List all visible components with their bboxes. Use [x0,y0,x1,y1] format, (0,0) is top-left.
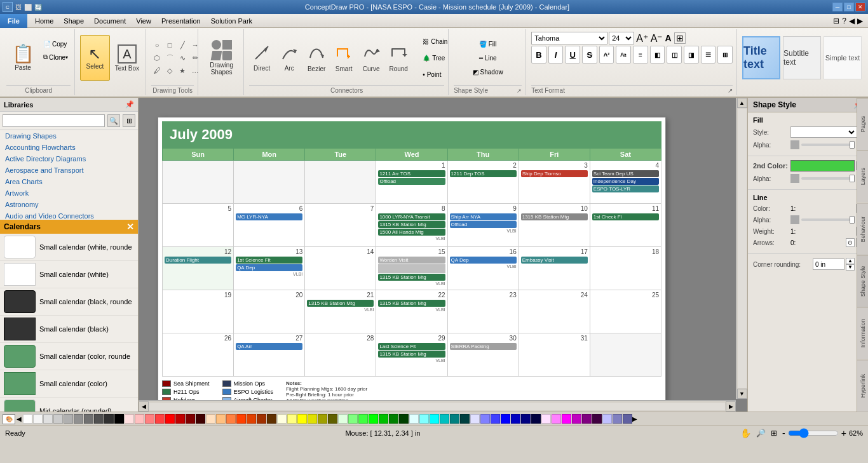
file-menu[interactable]: File [0,14,27,28]
clone-button[interactable]: ⧉ Clone ▾ [41,51,71,64]
tree-button[interactable]: 🌲 Tree [420,51,450,65]
lib-item-artwork[interactable]: Artwork [0,187,138,199]
palette-swatch[interactable] [338,414,348,424]
palette-swatch[interactable] [470,414,480,424]
palette-swatch[interactable] [613,414,622,424]
palette-swatch[interactable] [64,414,73,424]
align-right-btn[interactable]: ◨ [684,46,699,64]
restore-button[interactable]: □ [844,3,854,11]
palette-special-btn[interactable]: 🎨 [3,414,15,424]
palette-swatch[interactable] [196,414,205,424]
zoom-to-fit-btn[interactable]: 🔎 [756,429,766,438]
superscript-button[interactable]: A² [599,46,614,64]
document-menu[interactable]: Document [89,14,131,28]
palette-swatch[interactable] [419,414,429,424]
lib-item-active-directory[interactable]: Active Directory Diagrams [0,153,138,164]
horizontal-scrollbar[interactable]: ◀ ▶ [139,400,736,412]
palette-swatch[interactable] [399,414,409,424]
fill-alpha-thumb[interactable] [850,141,855,149]
palette-swatch[interactable] [369,414,378,424]
palette-swatch[interactable] [287,414,297,424]
scroll-track-h[interactable] [149,403,725,410]
palette-swatch[interactable] [114,414,124,424]
palette-swatch[interactable] [145,414,154,424]
titlebar-icon-3[interactable]: 🔄 [34,4,42,11]
cal-item-small-white[interactable]: Small calendar (white) [0,261,138,288]
round-button[interactable]: Round [386,35,411,81]
font-family-select[interactable]: Tahoma [531,32,607,44]
second-alpha-slider[interactable] [801,177,855,180]
view-actual-btn[interactable]: ⊞ [771,429,777,438]
layers-tab[interactable]: Layers [857,150,868,202]
text-format-expand[interactable]: ↗ [728,87,733,94]
dt-oval[interactable]: ○ [151,39,163,51]
curve-button[interactable]: Curve [358,35,384,81]
align-center-btn[interactable]: ◫ [667,46,682,64]
palette-swatch[interactable] [409,414,419,424]
select-button[interactable]: ↖ Select [80,35,110,81]
pages-tab[interactable]: Pages [857,98,868,150]
palette-swatch[interactable] [328,414,337,424]
palette-swatch[interactable] [257,414,266,424]
palette-swatch[interactable] [592,414,602,424]
scroll-down-btn[interactable]: ▼ [737,389,747,399]
align-left-btn[interactable]: ◧ [650,46,665,64]
zoom-slider[interactable] [788,428,839,438]
bezier-button[interactable]: Bezier [304,35,329,81]
information-tab[interactable]: Information [857,307,868,359]
palette-swatch[interactable] [84,414,93,424]
shadow-button[interactable]: ◩ Shadow [470,65,506,78]
scroll-right-btn[interactable]: ▶ [726,401,736,412]
italic-button[interactable]: I [548,46,564,64]
second-alpha-thumb[interactable] [850,175,855,182]
palette-swatch[interactable] [43,414,53,424]
palette-swatch[interactable] [602,414,612,424]
palette-swatch[interactable] [94,414,104,424]
drawing-shapes-button[interactable]: Drawing Shapes [204,35,240,81]
shrink-font-btn[interactable]: A⁻ [651,32,663,44]
copy-button[interactable]: 📄 Copy [41,37,71,50]
calendars-close-btn[interactable]: ✕ [126,222,134,232]
dt-poly[interactable]: ⬡ [151,52,163,64]
palette-swatch[interactable] [501,414,510,424]
cal-item-small-white-rounded[interactable]: Small calendar (white, rounde [0,234,138,261]
palette-left-scroll[interactable]: ◀ [17,414,23,424]
lib-item-drawing-shapes[interactable]: Drawing Shapes [0,130,138,142]
solution-park-menu[interactable]: Solution Park [206,14,257,28]
home-menu[interactable]: Home [30,14,58,28]
palette-swatch[interactable] [348,414,358,424]
scroll-left-btn[interactable]: ◀ [139,401,149,412]
palette-swatch[interactable] [379,414,388,424]
help-btn[interactable]: ? [842,17,846,25]
palette-swatch[interactable] [297,414,307,424]
libraries-pin-btn[interactable]: 📌 [125,100,134,109]
dt-path[interactable]: 🖊 [151,65,163,76]
subscript-button[interactable]: A₂ [616,46,631,64]
palette-swatch[interactable] [135,414,144,424]
ribbon-collapse-btn[interactable]: ⊟ [833,17,839,25]
presentation-menu[interactable]: Presentation [156,14,206,28]
titlebar-icon-1[interactable]: 🖼 [15,4,22,11]
palette-swatch[interactable] [308,414,317,424]
fill-button[interactable]: 🪣 Fill [477,37,499,50]
library-view-toggle[interactable]: ⊞ [123,114,135,127]
nav-forward-btn[interactable]: ▶ [857,17,863,25]
palette-swatch[interactable] [155,414,165,424]
palette-swatch[interactable] [175,414,185,424]
palette-swatch[interactable] [389,414,398,424]
palette-swatch[interactable] [440,414,449,424]
canvas-area[interactable]: July 2009 Sun Mon Tue Wed Thu Fri Sat [139,98,747,412]
scroll-up-btn[interactable]: ▲ [737,98,747,108]
library-search-input[interactable] [3,114,105,127]
palette-swatch[interactable] [216,414,226,424]
zoom-out-btn[interactable]: - [782,428,785,438]
palette-swatch[interactable] [74,414,83,424]
behaviour-tab[interactable]: Behaviour [857,203,868,255]
font-size-select[interactable]: 24 [609,32,634,44]
dt-arc[interactable]: ⌒ [164,52,175,64]
palette-swatch[interactable] [247,414,256,424]
palette-swatch[interactable] [358,414,368,424]
cal-item-mid-rounded[interactable]: Mid calendar (rounded) [0,398,138,412]
palette-swatch[interactable] [318,414,327,424]
fill-style-select[interactable] [791,128,857,137]
